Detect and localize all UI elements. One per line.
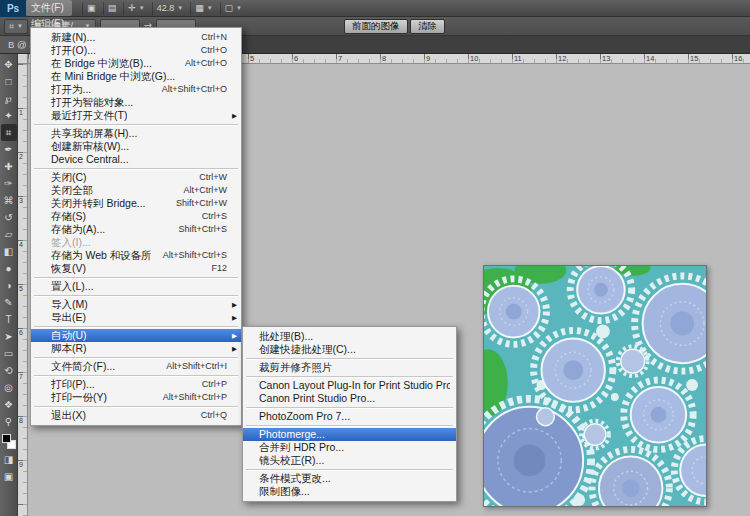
tool-list: ✥□℘✦⌗✒✚✑⌘↺▱◧●◑✎T➤▭⟲◎❖⚲ — [1, 56, 17, 430]
menu-item-shortcut: Alt+Shift+Ctrl+I — [154, 360, 227, 373]
front-image-button[interactable]: 前面的图像 — [344, 19, 408, 34]
quick-mask-button[interactable]: ◨ — [1, 451, 17, 468]
menu-item-label: 存储为 Web 和设备所用格式(D)... — [51, 249, 151, 262]
menu-item[interactable]: 文件简介(F)...Alt+Shift+Ctrl+I — [31, 360, 241, 373]
eraser-tool-icon[interactable]: ▱ — [1, 226, 17, 243]
menu-item[interactable]: 打印(P)...Ctrl+P — [31, 378, 241, 391]
marquee-tool-icon[interactable]: □ — [1, 73, 17, 90]
menubar-menu-0[interactable]: 文件(F) — [26, 0, 72, 16]
menu-item[interactable]: 在 Bridge 中浏览(B)...Alt+Ctrl+O — [31, 57, 241, 70]
color-swatches[interactable] — [2, 434, 16, 449]
screen-mode-icon[interactable]: ▢▼ — [220, 2, 246, 15]
pen-tool-icon[interactable]: ✎ — [1, 294, 17, 311]
menu-item-shortcut: Shift+Ctrl+W — [164, 197, 227, 210]
document-image[interactable] — [483, 265, 707, 507]
screen-mode-button[interactable]: ▣ — [1, 468, 17, 485]
menu-item[interactable]: 限制图像... — [243, 485, 456, 498]
menu-item[interactable]: 条件模式更改... — [243, 472, 456, 485]
path-selection-tool-icon[interactable]: ➤ — [1, 328, 17, 345]
ruler-number: 16 — [734, 54, 742, 63]
menu-item[interactable]: 恢复(V)F12 — [31, 262, 241, 275]
menu-item[interactable]: 关闭(C)Ctrl+W — [31, 171, 241, 184]
type-tool-icon[interactable]: T — [1, 311, 17, 328]
view-extras-icon[interactable]: ✛▼ — [123, 2, 149, 15]
menu-item[interactable]: 存储为 Web 和设备所用格式(D)...Alt+Shift+Ctrl+S — [31, 249, 241, 262]
menu-item-shortcut: F12 — [199, 262, 227, 275]
menu-item-label: 导入(M) — [51, 298, 88, 311]
shape-tool-icon[interactable]: ▭ — [1, 345, 17, 362]
gradient-tool-icon[interactable]: ◧ — [1, 243, 17, 260]
menu-item-shortcut: Alt+Shift+Ctrl+O — [150, 83, 227, 96]
submenu-arrow-icon: ▶ — [232, 311, 237, 324]
tool-preset-picker[interactable]: ⌗ ▼ — [4, 19, 28, 34]
chevron-down-icon: ▼ — [177, 5, 183, 11]
menu-item[interactable]: 退出(X)Ctrl+Q — [31, 409, 241, 422]
history-brush-tool-icon[interactable]: ↺ — [1, 209, 17, 226]
menu-item-shortcut: Ctrl+S — [190, 210, 227, 223]
menu-item[interactable]: Photomerge... — [243, 428, 456, 441]
3d-rotate-tool-icon[interactable]: ⟲ — [1, 362, 17, 379]
menu-item-shortcut: Ctrl+P — [190, 378, 227, 391]
menu-item-shortcut: Alt+Shift+Ctrl+S — [151, 249, 227, 262]
menu-item-label: 置入(L)... — [51, 280, 94, 293]
automate-submenu: 批处理(B)...创建快捷批处理(C)...裁剪并修齐照片Canon Layou… — [242, 326, 457, 502]
menu-item[interactable]: 打印一份(Y)Alt+Shift+Ctrl+P — [31, 391, 241, 404]
menu-item[interactable]: 最近打开文件(T)▶ — [31, 109, 241, 122]
menu-item[interactable]: PhotoZoom Pro 7... — [243, 410, 456, 423]
menu-item[interactable]: 在 Mini Bridge 中浏览(G)... — [31, 70, 241, 83]
menu-item-label: 签入(I)... — [51, 236, 91, 249]
zoom-level-field[interactable]: 42.8▼ — [152, 2, 187, 15]
dodge-tool-icon[interactable]: ◑ — [1, 277, 17, 294]
ruler-number: 9 — [19, 461, 23, 468]
menu-item[interactable]: 共享我的屏幕(H)... — [31, 127, 241, 140]
crop-tool-icon[interactable]: ⌗ — [1, 124, 17, 141]
bridge-icon[interactable]: ▣ — [82, 2, 100, 15]
minibridge-icon[interactable]: ▤ — [103, 2, 121, 15]
zoom-tool-icon[interactable]: ⚲ — [1, 413, 17, 430]
menu-item[interactable]: 新建(N)...Ctrl+N — [31, 31, 241, 44]
menu-item[interactable]: 镜头校正(R)... — [243, 454, 456, 467]
quick-selection-tool-icon[interactable]: ✦ — [1, 107, 17, 124]
menu-item[interactable]: 存储为(A)...Shift+Ctrl+S — [31, 223, 241, 236]
lasso-tool-icon[interactable]: ℘ — [1, 90, 17, 107]
menu-item-label: 打开(O)... — [51, 44, 96, 57]
menu-item[interactable]: 裁剪并修齐照片 — [243, 361, 456, 374]
clear-button[interactable]: 清除 — [410, 19, 445, 34]
blur-tool-icon[interactable]: ● — [1, 260, 17, 277]
menu-item[interactable]: 批处理(B)... — [243, 330, 456, 343]
3d-object-tool-icon[interactable]: ◎ — [1, 379, 17, 396]
hand-tool-icon[interactable]: ❖ — [1, 396, 17, 413]
menu-item: 签入(I)... — [31, 236, 241, 249]
menu-item[interactable]: 导入(M)▶ — [31, 298, 241, 311]
healing-brush-tool-icon[interactable]: ✚ — [1, 158, 17, 175]
menu-item[interactable]: 关闭全部Alt+Ctrl+W — [31, 184, 241, 197]
menu-item-label: 关闭(C) — [51, 171, 87, 184]
menu-item[interactable]: 创建快捷批处理(C)... — [243, 343, 456, 356]
menu-item[interactable]: 合并到 HDR Pro... — [243, 441, 456, 454]
menu-item[interactable]: 打开为智能对象... — [31, 96, 241, 109]
menu-item[interactable]: 脚本(R)▶ — [31, 342, 241, 355]
submenu-arrow-icon: ▶ — [232, 298, 237, 311]
menu-item[interactable]: 置入(L)... — [31, 280, 241, 293]
menu-item[interactable]: 创建新审核(W)... — [31, 140, 241, 153]
clone-stamp-tool-icon[interactable]: ⌘ — [1, 192, 17, 209]
submenu-arrow-icon: ▶ — [232, 342, 237, 355]
menu-item[interactable]: 导出(E)▶ — [31, 311, 241, 324]
menu-item[interactable]: Canon Print Studio Pro... — [243, 392, 456, 405]
menu-item[interactable]: 打开为...Alt+Shift+Ctrl+O — [31, 83, 241, 96]
menu-item-label: 在 Bridge 中浏览(B)... — [51, 57, 152, 70]
ruler-number: 4 — [19, 241, 23, 248]
menu-item[interactable]: 关闭并转到 Bridge...Shift+Ctrl+W — [31, 197, 241, 210]
ruler-number: 2 — [19, 153, 23, 160]
eyedropper-tool-icon[interactable]: ✒ — [1, 141, 17, 158]
menu-item[interactable]: 自动(U)▶ — [31, 329, 241, 342]
move-tool-icon[interactable]: ✥ — [1, 56, 17, 73]
menu-item[interactable]: Device Central... — [31, 153, 241, 166]
foreground-color-swatch[interactable] — [2, 434, 11, 443]
arrange-documents-icon[interactable]: ▦▼ — [190, 2, 216, 15]
menu-item[interactable]: Canon Layout Plug-In for Print Studio Pr… — [243, 379, 456, 392]
menu-item[interactable]: 打开(O)...Ctrl+O — [31, 44, 241, 57]
menu-item-shortcut: Ctrl+Q — [189, 409, 227, 422]
menu-item[interactable]: 存储(S)Ctrl+S — [31, 210, 241, 223]
brush-tool-icon[interactable]: ✑ — [1, 175, 17, 192]
